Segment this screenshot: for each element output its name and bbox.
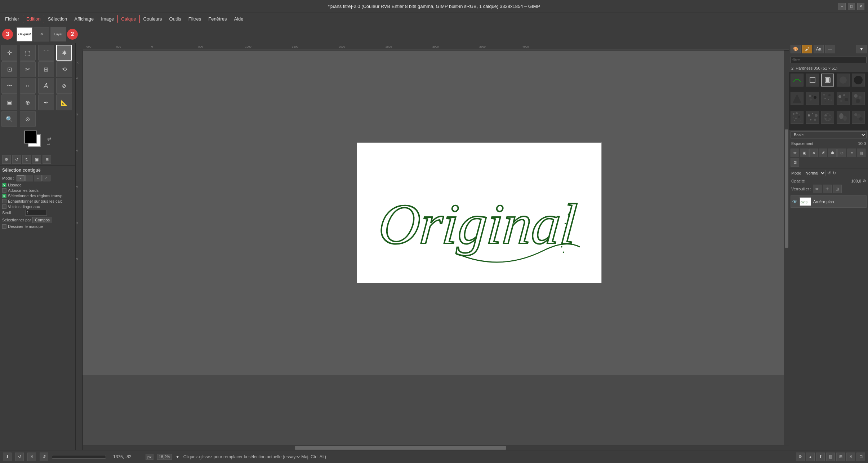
mode-select[interactable]: Normal (803, 170, 826, 176)
tool-align[interactable]: ⊞ (38, 61, 54, 77)
tool-config-btn[interactable]: ⚙ (2, 155, 11, 164)
menu-edition[interactable]: Edition (23, 15, 44, 23)
brush-item[interactable] (852, 92, 865, 105)
mode-undo-icon[interactable]: ↺ (827, 171, 831, 176)
status-icon-5[interactable]: ⊞ (836, 453, 845, 461)
brush-item[interactable] (821, 111, 834, 124)
seuil-input[interactable] (25, 210, 47, 216)
status-zoom-dropdown[interactable]: ▼ (175, 454, 180, 459)
menu-couleurs[interactable]: Couleurs (140, 15, 166, 23)
opacity-stepper[interactable]: ⊕ (863, 178, 866, 183)
brush-item[interactable] (837, 111, 850, 124)
tab-layer[interactable]: Layer (50, 27, 66, 41)
brush-item[interactable] (852, 111, 865, 124)
tool-path[interactable]: ✒ (38, 94, 54, 110)
layer-tool-6[interactable]: ⊕ (837, 149, 846, 157)
status-icon-3[interactable]: ⬆ (816, 453, 825, 461)
layer-tool-3[interactable]: ✕ (809, 149, 818, 157)
mode-redo-icon[interactable]: ↻ (832, 171, 836, 176)
tab-close[interactable]: ✕ (34, 27, 49, 41)
status-icon-4[interactable]: ▤ (826, 453, 835, 461)
panel-colors-btn[interactable]: 🎨 (791, 45, 801, 53)
tool-bucket[interactable]: ▣ (1, 94, 17, 110)
menu-aide[interactable]: Aide (231, 15, 247, 23)
echantillonner-checkbox[interactable] (2, 199, 6, 203)
fg-color[interactable] (24, 131, 37, 144)
brush-item[interactable] (821, 92, 834, 105)
panel-patterns-btn[interactable]: — (825, 45, 835, 53)
layer-item[interactable]: 👁 Orig Arrière-plan (791, 195, 867, 208)
tool-extra[interactable]: ⊘ (20, 111, 36, 127)
mode-replace[interactable]: ▪ (17, 175, 25, 181)
lock-alpha-btn[interactable]: ⊞ (833, 185, 842, 193)
brush-item[interactable] (806, 111, 819, 124)
brush-item[interactable] (837, 92, 850, 105)
tool-expand-btn[interactable]: ⊞ (43, 155, 51, 164)
layer-tool-4[interactable]: ↺ (819, 149, 827, 157)
tool-scissors[interactable]: ✂ (20, 61, 36, 77)
menu-calque[interactable]: Calque (117, 15, 139, 23)
selectionner-button[interactable]: Compos (32, 217, 52, 223)
tool-rect-select[interactable]: ⬚ (20, 45, 36, 61)
menu-image[interactable]: Image (97, 15, 117, 23)
close-button[interactable]: ✕ (857, 3, 864, 10)
brush-item-selected[interactable] (821, 74, 834, 87)
tool-text[interactable]: A (38, 78, 54, 94)
tool-scale[interactable]: ↔ (20, 78, 36, 94)
menu-affichage[interactable]: Affichage (71, 15, 97, 23)
maximize-button[interactable]: □ (848, 3, 855, 10)
status-unit-button[interactable]: px (146, 454, 153, 460)
status-icon-2[interactable]: ▲ (806, 453, 815, 461)
canvas-area[interactable]: 000 -500 0 500 1000 1500 2000 2500 3000 … (76, 43, 789, 450)
brush-item[interactable] (852, 74, 865, 87)
layer-tool-9[interactable]: ⊠ (791, 158, 799, 167)
tool-transform[interactable]: ⟲ (56, 61, 72, 77)
mode-add[interactable]: + (25, 175, 33, 181)
tool-by-color[interactable]: ⊡ (1, 61, 17, 77)
minimize-button[interactable]: – (838, 3, 846, 10)
adoucir-checkbox[interactable] (2, 188, 6, 193)
tool-zoom[interactable]: 🔍 (1, 111, 17, 127)
tool-heal[interactable]: ⊕ (20, 94, 36, 110)
reset-colors-icon[interactable]: ↩ (47, 142, 52, 146)
lissage-checkbox[interactable] (2, 183, 6, 187)
status-icon-7[interactable]: ⊡ (856, 453, 865, 461)
menu-filtres[interactable]: Filtres (185, 15, 205, 23)
swap-colors-icon[interactable]: ⇄ (47, 136, 52, 142)
layer-tool-8[interactable]: ▤ (857, 149, 865, 157)
transparents-checkbox[interactable] (2, 194, 6, 198)
layer-tool-5[interactable]: ✱ (828, 149, 837, 157)
tool-measure[interactable]: 📐 (56, 94, 72, 110)
brush-item[interactable] (791, 74, 804, 87)
brush-item[interactable] (806, 92, 819, 105)
status-refresh-icon[interactable]: ↺ (40, 453, 48, 461)
tool-colorpicker[interactable]: ⊘ (56, 78, 72, 94)
tool-fuzzy-select[interactable]: ✱ (56, 45, 72, 61)
dessiner-checkbox[interactable] (2, 224, 6, 229)
tool-undo-btn[interactable]: ↺ (12, 155, 21, 164)
mode-subtract[interactable]: – (34, 175, 42, 181)
menu-fichier[interactable]: Fichier (1, 15, 23, 23)
brush-preset-select[interactable]: Basic, (791, 131, 867, 138)
mode-intersect[interactable]: ∩ (43, 175, 50, 181)
tool-redo-btn[interactable]: ↻ (22, 155, 31, 164)
tool-move[interactable]: ✛ (1, 45, 17, 61)
panel-more-btn[interactable]: ▼ (856, 45, 867, 53)
tool-lasso[interactable]: ⌒ (38, 45, 54, 61)
scrollbar-v-thumb[interactable] (785, 129, 788, 248)
brush-item[interactable] (791, 111, 804, 124)
scrollbar-mini[interactable] (52, 455, 106, 459)
panel-brushes-btn[interactable]: 🖌 (802, 45, 812, 53)
filter-input[interactable] (791, 57, 867, 63)
brush-item[interactable] (806, 74, 819, 87)
status-icon-6[interactable]: ✕ (846, 453, 855, 461)
panel-text-btn[interactable]: Aa (814, 45, 824, 53)
tool-misc-btn[interactable]: ▣ (32, 155, 41, 164)
brush-item[interactable] (837, 74, 850, 87)
layer-tool-1[interactable]: ✏ (791, 149, 799, 157)
status-icon-1[interactable]: ⚙ (796, 453, 805, 461)
scrollbar-h-thumb[interactable] (295, 446, 507, 450)
scrollbar-horizontal[interactable] (83, 445, 789, 450)
scrollbar-vertical[interactable] (784, 50, 789, 445)
menu-selection[interactable]: Sélection (44, 15, 71, 23)
